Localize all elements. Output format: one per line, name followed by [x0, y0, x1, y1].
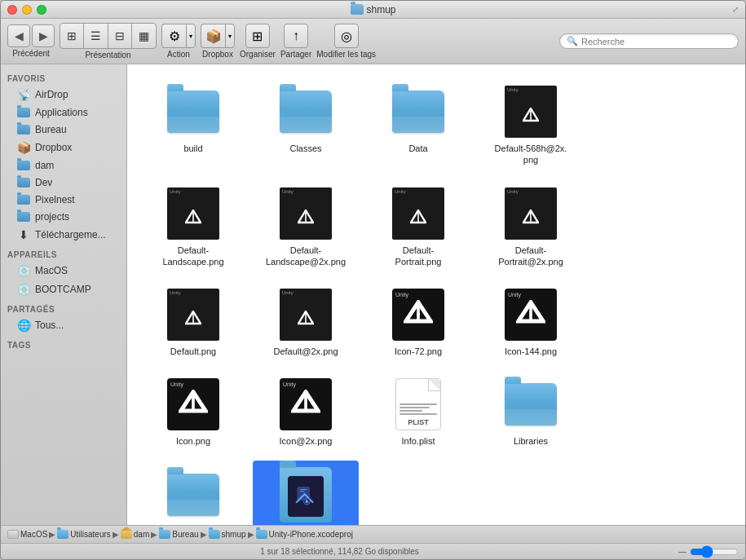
pixelnest-icon — [17, 195, 30, 205]
action-icon[interactable]: ⚙ — [161, 24, 186, 48]
window-title: shmup — [350, 4, 395, 15]
dam-home-icon — [121, 530, 132, 539]
tags-group: ◎ Modifier les tags — [316, 24, 376, 59]
sidebar-item-dam[interactable]: dam — [4, 157, 123, 174]
share-icon[interactable]: ↑ — [284, 24, 308, 48]
breadcrumb-shmup[interactable]: shmup — [209, 530, 246, 539]
icon-view-button[interactable]: ⊞ — [60, 24, 84, 48]
sidebar-item-dropbox[interactable]: 📦 Dropbox — [4, 139, 123, 157]
default-568h-icon-container: Unity — [503, 84, 558, 139]
unity-logo-svg-landscape — [185, 209, 201, 226]
icon144-icon-container: Unity — [503, 287, 558, 342]
file-item-xcodeproj[interactable]: A Unity-iPhone.xcodeproj — [253, 461, 359, 525]
tags-icon[interactable]: ◎ — [334, 24, 359, 48]
file-item-build[interactable]: build — [140, 77, 246, 173]
organize-label: Organiser — [240, 50, 276, 59]
default-portrait2x-label: Default-Portrait@2x.png — [498, 245, 563, 268]
maximize-button[interactable] — [37, 5, 46, 15]
file-item-icon144[interactable]: Unity Icon-144.png — [478, 280, 584, 364]
default-landscape-icon: Unity — [167, 187, 219, 240]
bureau-folder-icon — [159, 530, 170, 539]
breadcrumb-bureau[interactable]: Bureau — [159, 530, 198, 539]
sidebar-item-projects[interactable]: projects — [4, 209, 123, 225]
network-icon: 🌐 — [17, 319, 30, 332]
zoom-out-icon: — — [678, 547, 686, 556]
close-button[interactable] — [7, 5, 17, 15]
dropbox-icon[interactable]: 📦 — [201, 24, 225, 48]
applications-icon — [17, 108, 30, 117]
sidebar-item-airdrop[interactable]: 📡 AirDrop — [4, 86, 123, 104]
breadcrumb-macos[interactable]: MacOS — [7, 530, 47, 539]
file-item-icon72[interactable]: Unity Icon-72.png — [365, 280, 471, 364]
breadcrumb-xcodeproj[interactable]: Unity-iPhone.xcodeproj — [256, 530, 353, 539]
default-label: Default.png — [170, 346, 216, 357]
coverflow-view-button[interactable]: ▦ — [132, 24, 156, 48]
default-landscape-label: Default-Landscape.png — [162, 245, 223, 268]
sidebar-item-pixelnest[interactable]: Pixelnest — [4, 192, 123, 208]
title-folder-icon — [350, 4, 363, 15]
file-item-icon[interactable]: Unity Icon.png — [140, 370, 246, 453]
search-input[interactable] — [581, 37, 731, 46]
default2x-label: Default@2x.png — [273, 346, 338, 357]
file-item-libraries[interactable]: Libraries — [478, 370, 584, 453]
back-button[interactable]: ◀ — [7, 24, 30, 47]
file-grid: build Classes Data — [140, 77, 732, 525]
airdrop-icon: 📡 — [17, 88, 30, 101]
icon2x-icon: Unity — [280, 378, 332, 430]
zoom-slider[interactable] — [690, 546, 739, 558]
breadcrumb-utilisateurs[interactable]: Utilisateurs — [57, 530, 110, 539]
build-icon-container — [166, 84, 221, 139]
downloads-icon: ⬇ — [17, 228, 30, 241]
file-item-default-landscape2x[interactable]: Unity Default-Landscape@2x.png — [253, 179, 359, 275]
share-label: Partager — [280, 50, 311, 59]
file-item-unity-iphone[interactable]: Unity-iPhone — [140, 461, 246, 525]
dropbox-label: Dropbox — [202, 50, 233, 59]
column-view-button[interactable]: ⊟ — [108, 24, 132, 48]
default-portrait2x-icon-container: Unity — [503, 186, 558, 241]
sidebar-item-macos[interactable]: 💿 MacOS — [4, 262, 123, 280]
tags-label: Modifier les tags — [316, 50, 376, 59]
applications-label: Applications — [35, 107, 88, 118]
organize-group: ⊞ Organiser — [240, 24, 276, 59]
xcodeproj-icon-container: A — [278, 467, 333, 523]
sidebar-item-bootcamp[interactable]: 💿 BOOTCAMP — [4, 280, 123, 298]
file-item-default-landscape[interactable]: Unity Default-Landscape.png — [140, 179, 246, 275]
file-item-default-568h[interactable]: Unity Default-568h@2x.png — [478, 77, 584, 173]
traffic-lights — [7, 5, 46, 15]
file-item-data[interactable]: Data — [365, 77, 471, 173]
search-wrapper: 🔍 — [559, 33, 739, 49]
sidebar-item-telechargements[interactable]: ⬇ Téléchargeme... — [4, 226, 123, 244]
action-dropdown-arrow[interactable]: ▾ — [186, 24, 196, 48]
sidebar-item-applications[interactable]: Applications — [4, 104, 123, 121]
list-view-button[interactable]: ☰ — [84, 24, 108, 48]
forward-button[interactable]: ▶ — [32, 24, 55, 47]
breadcrumb: MacOS ▶ Utilisateurs ▶ dam ▶ Bureau ▶ sh… — [7, 530, 739, 539]
libraries-label: Libraries — [514, 435, 548, 447]
default-568h-icon: Unity — [505, 86, 557, 138]
svg-rect-24 — [300, 489, 307, 490]
sidebar-item-tous[interactable]: 🌐 Tous... — [4, 316, 123, 334]
sidebar-item-dev[interactable]: Dev — [4, 174, 123, 191]
bureau-icon — [17, 125, 30, 134]
titlebar: shmup ⤢ — [1, 1, 745, 19]
organize-icon[interactable]: ⊞ — [245, 24, 270, 48]
file-item-default-portrait2x[interactable]: Unity Default-Portrait@2x.png — [478, 179, 584, 275]
file-item-icon2x[interactable]: Unity Icon@2x.png — [253, 370, 359, 453]
file-item-default[interactable]: Unity Default.png — [140, 280, 246, 364]
sidebar-section-favorites: FAVORIS 📡 AirDrop Applications Bureau — [1, 71, 126, 244]
unity-logo-svg-portrait2x — [523, 209, 539, 226]
file-item-default-portrait[interactable]: Unity Default-Portrait.png — [365, 179, 471, 275]
breadcrumb-dam[interactable]: dam — [121, 530, 149, 539]
dropbox-dropdown-arrow[interactable]: ▾ — [225, 24, 235, 48]
minimize-button[interactable] — [22, 5, 32, 15]
partages-header: PARTAGÉS — [1, 302, 126, 315]
icon-icon-container: Unity — [166, 377, 221, 432]
default-landscape-icon-container: Unity — [166, 186, 221, 241]
presentation-group: ⊞ ☰ ⊟ ▦ Présentation — [60, 23, 157, 60]
file-item-default2x[interactable]: Unity Default@2x.png — [253, 280, 359, 364]
sidebar-item-bureau[interactable]: Bureau — [4, 121, 123, 138]
file-item-plist[interactable]: PLIST Info.plist — [365, 370, 471, 453]
file-item-classes[interactable]: Classes — [253, 77, 359, 173]
data-folder-icon — [392, 90, 444, 133]
plist-label: Info.plist — [402, 435, 435, 447]
